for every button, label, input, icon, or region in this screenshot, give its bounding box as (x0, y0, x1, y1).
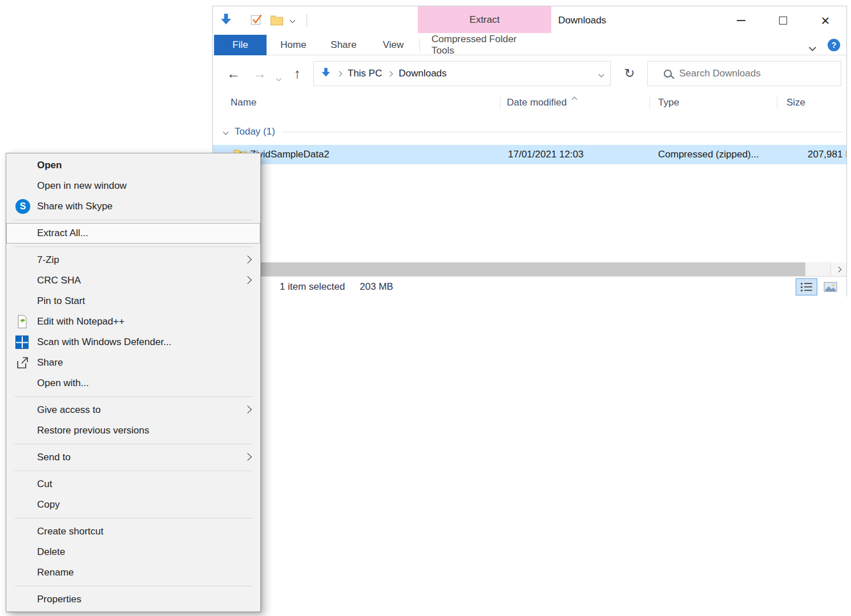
address-dropdown-icon[interactable] (599, 68, 603, 79)
menu-separator (14, 471, 252, 471)
column-headers: Name Date modified Type Size (213, 92, 846, 114)
file-list: Name Date modified Type Size Today (1) Z… (213, 92, 846, 276)
menu-item-7zip[interactable]: 7-Zip (6, 250, 260, 270)
ribbon-expand-icon[interactable] (810, 42, 815, 53)
submenu-arrow-icon (244, 453, 252, 461)
column-header-date-modified[interactable]: Date modified (507, 92, 567, 114)
qat-dropdown-icon[interactable] (291, 18, 295, 22)
tab-share[interactable]: Share (327, 35, 360, 55)
menu-item-pin-to-start[interactable]: Pin to Start (6, 291, 260, 311)
qat-new-folder-icon[interactable] (270, 15, 284, 26)
search-icon (664, 70, 672, 78)
refresh-button[interactable]: ↻ (619, 55, 640, 92)
menu-item-extract-all[interactable]: Extract All... (6, 223, 260, 244)
file-type: Compressed (zipped)... (658, 145, 759, 164)
menu-item-open[interactable]: Open (6, 155, 260, 176)
breadcrumb-downloads[interactable]: Downloads (398, 68, 446, 79)
group-collapse-icon[interactable] (223, 129, 229, 135)
menu-item-crc-sha[interactable]: CRC SHA (6, 270, 260, 291)
menu-item-open-in-new-window[interactable]: Open in new window (6, 176, 260, 196)
close-button[interactable]: × (804, 6, 846, 35)
status-bar: 1 item selected 203 MB (213, 276, 846, 297)
menu-item-label: Extract All... (37, 228, 88, 239)
file-explorer-window: Extract Downloads × File Home Share View… (212, 6, 847, 297)
recent-locations-icon[interactable] (277, 72, 281, 83)
column-divider (650, 96, 650, 109)
submenu-arrow-icon (244, 256, 252, 264)
horizontal-scrollbar[interactable] (213, 262, 846, 276)
menu-item-label: Send to (37, 452, 71, 463)
file-row-zividsampledata2[interactable]: ZividSampleData2 17/01/2021 12:03 Compre… (213, 145, 846, 164)
column-header-size[interactable]: Size (787, 92, 805, 114)
menu-separator (14, 220, 252, 220)
thumbnail-view-button[interactable] (820, 279, 841, 295)
menu-item-label: Pin to Start (37, 295, 85, 307)
tab-view[interactable]: View (377, 35, 409, 55)
breadcrumb-this-pc[interactable]: This PC (348, 68, 382, 79)
column-header-name[interactable]: Name (231, 92, 256, 114)
menu-item-open-with[interactable]: Open with... (6, 373, 260, 394)
details-view-button[interactable] (796, 279, 817, 295)
menu-item-label: Open with... (37, 378, 89, 389)
thumbnail-view-icon (824, 282, 837, 292)
scrollbar-right-arrow[interactable] (830, 262, 846, 276)
scrollbar-thumb[interactable] (213, 262, 805, 276)
menu-item-label: Scan with Windows Defender... (37, 337, 171, 348)
up-button[interactable]: ↑ (294, 55, 301, 92)
extract-contextual-group[interactable]: Extract (418, 6, 551, 33)
column-header-type[interactable]: Type (658, 92, 679, 114)
status-selection: 1 item selected (280, 281, 345, 293)
menu-item-share[interactable]: Share (6, 352, 260, 373)
ribbon-separator (420, 39, 420, 51)
menu-item-edit-with-notepadpp[interactable]: Edit with Notepad++ (6, 311, 260, 332)
qat-checkmark-icon[interactable] (251, 13, 263, 26)
menu-item-scan-with-windows-defender[interactable]: Scan with Windows Defender... (6, 332, 260, 352)
menu-separator (14, 396, 252, 397)
menu-item-rename[interactable]: Rename (6, 562, 260, 583)
menu-item-copy[interactable]: Copy (6, 495, 260, 515)
minimize-icon (737, 20, 745, 21)
notepadpp-icon (15, 314, 29, 329)
forward-button[interactable]: → (253, 55, 267, 92)
menu-item-delete[interactable]: Delete (6, 542, 260, 562)
status-size: 203 MB (360, 281, 393, 293)
menu-item-label: Open (37, 160, 62, 171)
menu-item-label: Properties (37, 594, 81, 605)
extract-group-label: Extract (470, 14, 500, 26)
menu-item-label: Rename (37, 567, 74, 578)
menu-item-label: Open in new window (37, 180, 127, 192)
menu-separator (14, 586, 252, 586)
file-date-modified: 17/01/2021 12:03 (508, 145, 583, 164)
tab-compressed-folder-tools[interactable]: Compressed Folder Tools (431, 35, 540, 55)
menu-item-cut[interactable]: Cut (6, 474, 260, 495)
help-button[interactable]: ? (828, 39, 840, 51)
view-toggles (796, 279, 841, 295)
menu-item-restore-previous-versions[interactable]: Restore previous versions (6, 420, 260, 441)
group-header-today[interactable]: Today (1) (213, 123, 846, 140)
menu-item-create-shortcut[interactable]: Create shortcut (6, 521, 260, 542)
breadcrumb-separator-icon (388, 71, 393, 76)
skype-icon: S (15, 199, 30, 214)
back-button[interactable]: ← (227, 55, 240, 92)
menu-item-label: CRC SHA (37, 275, 81, 286)
menu-item-send-to[interactable]: Send to (6, 447, 260, 468)
menu-item-share-with-skype[interactable]: S Share with Skype (6, 196, 260, 217)
address-bar[interactable]: This PC Downloads (313, 61, 611, 86)
minimize-button[interactable] (720, 6, 762, 35)
menu-item-label: Share with Skype (37, 201, 112, 212)
maximize-button[interactable] (762, 6, 804, 35)
details-view-icon (800, 282, 813, 292)
menu-item-label: Give access to (37, 404, 101, 416)
file-name: ZividSampleData2 (250, 145, 329, 164)
menu-item-label: 7-Zip (37, 254, 59, 266)
sort-ascending-icon (572, 93, 576, 104)
menu-separator (14, 518, 252, 518)
tab-file[interactable]: File (214, 35, 267, 55)
submenu-arrow-icon (244, 276, 252, 284)
menu-item-give-access-to[interactable]: Give access to (6, 400, 260, 420)
window-title: Downloads (558, 6, 606, 35)
search-box[interactable]: Search Downloads (647, 61, 841, 86)
menu-item-properties[interactable]: Properties (6, 589, 260, 610)
navigation-bar: ← → ↑ This PC Downloads ↻ Search Downloa… (213, 55, 846, 92)
tab-home[interactable]: Home (277, 35, 310, 55)
